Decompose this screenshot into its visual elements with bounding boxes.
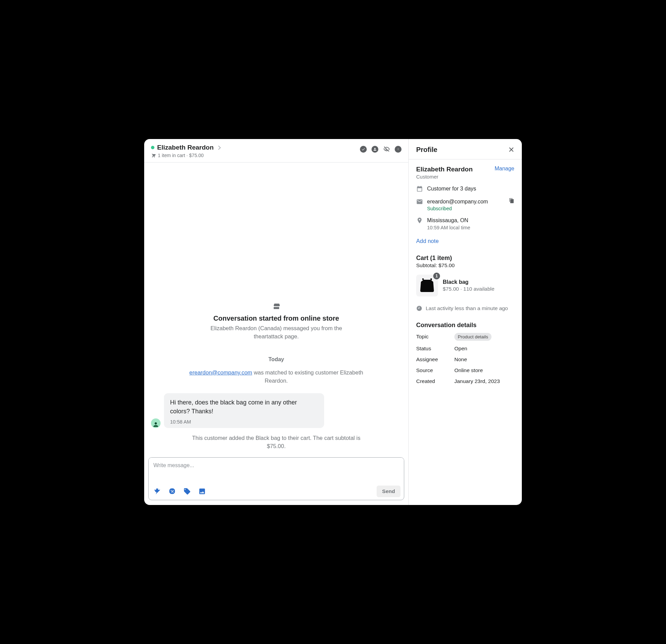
match-line: ereardon@company.com was matched to exis… xyxy=(188,369,365,385)
calendar-icon xyxy=(416,185,423,192)
topbar-actions xyxy=(360,144,402,153)
detail-created: Created January 23rd, 2023 xyxy=(416,378,514,384)
profile-info-list: Customer for 3 days ereardon@company.com… xyxy=(416,185,514,230)
composer-icons xyxy=(153,488,206,495)
composer-wrap: Send xyxy=(144,457,408,505)
last-activity-text: Last activity less than a minute ago xyxy=(426,305,508,311)
detail-source: Source Online store xyxy=(416,367,514,373)
profile-panel: Profile ✕ Elizabeth Reardon Customer Man… xyxy=(409,139,522,505)
alert-circle-icon[interactable] xyxy=(395,146,402,153)
message-time: 10:58 AM xyxy=(170,419,318,425)
conversation-pane: Elizabeth Reardon 1 item in cart · $75.0… xyxy=(144,139,409,505)
discount-icon[interactable] xyxy=(168,488,176,495)
product-tag-icon[interactable] xyxy=(183,488,191,495)
profile-body: Elizabeth Reardon Customer Manage Custom… xyxy=(409,159,522,390)
storefront-icon xyxy=(272,302,281,310)
cart-subtotal: Subtotal: $75.00 xyxy=(416,262,514,269)
info-row-duration: Customer for 3 days xyxy=(416,185,514,193)
clock-icon xyxy=(416,305,422,311)
system-line: This customer added the Black bag to the… xyxy=(184,434,368,450)
cart-qty-badge: 1 xyxy=(433,273,440,279)
match-suffix: was matched to existing customer Elizabe… xyxy=(252,369,363,384)
customer-avatar xyxy=(151,418,161,428)
chevron-right-icon xyxy=(216,145,221,150)
quick-reply-icon[interactable] xyxy=(153,488,161,495)
assignee-value: None xyxy=(454,356,467,363)
composer-toolbar: Send xyxy=(149,483,404,500)
detail-topic: Topic Product details xyxy=(416,333,514,341)
detail-status: Status Open xyxy=(416,346,514,352)
created-label: Created xyxy=(416,378,454,384)
customer-title-row[interactable]: Elizabeth Reardon xyxy=(151,144,220,151)
starter-sub: Elizabeth Reardon (Canada) messaged you … xyxy=(198,324,355,341)
conversation-topbar: Elizabeth Reardon 1 item in cart · $75.0… xyxy=(144,139,408,163)
message-input[interactable] xyxy=(149,458,404,483)
cart-summary-text: 1 item in cart · $75.00 xyxy=(158,153,204,158)
send-button[interactable]: Send xyxy=(377,486,400,497)
message-bubble: Hi there, does the black bag come in any… xyxy=(164,393,324,428)
image-icon[interactable] xyxy=(198,488,206,495)
detail-list: Topic Product details Status Open Assign… xyxy=(416,333,514,384)
source-label: Source xyxy=(416,367,454,373)
message-row: Hi there, does the black bag come in any… xyxy=(151,393,402,428)
location-icon xyxy=(416,217,423,224)
local-time: 10:59 AM local time xyxy=(427,225,470,230)
profile-role: Customer xyxy=(416,174,473,180)
close-icon[interactable]: ✕ xyxy=(508,146,514,154)
customer-name: Elizabeth Reardon xyxy=(157,144,214,151)
copy-icon[interactable] xyxy=(509,198,514,205)
manage-link[interactable]: Manage xyxy=(495,166,514,172)
topic-label: Topic xyxy=(416,334,454,340)
app-frame: Elizabeth Reardon 1 item in cart · $75.0… xyxy=(144,139,522,505)
visibility-off-icon[interactable] xyxy=(383,146,390,153)
conversation-body: Conversation started from online store E… xyxy=(144,163,408,457)
assignee-label: Assignee xyxy=(416,356,454,363)
cart-item-name: Black bag xyxy=(443,279,495,285)
status-value: Open xyxy=(454,346,467,352)
profile-panel-title: Profile xyxy=(416,146,437,154)
cart-summary-row: 1 item in cart · $75.00 xyxy=(151,153,220,158)
created-value: January 23rd, 2023 xyxy=(454,378,500,384)
cart-item-thumbnail: 1 xyxy=(416,275,438,296)
bag-icon xyxy=(419,278,435,293)
date-separator: Today xyxy=(151,356,402,363)
avatar-icon xyxy=(152,421,159,428)
topic-pill[interactable]: Product details xyxy=(454,333,491,341)
source-value: Online store xyxy=(454,367,483,373)
info-row-location: Mississauga, ON 10:59 AM local time xyxy=(416,217,514,230)
email-icon xyxy=(416,198,423,205)
person-circle-icon[interactable] xyxy=(372,146,378,153)
customer-location: Mississauga, ON xyxy=(427,217,470,224)
info-row-email: ereardon@company.com Subscribed xyxy=(416,198,514,212)
profile-name: Elizabeth Reardon xyxy=(416,166,473,173)
customer-duration: Customer for 3 days xyxy=(427,185,476,193)
profile-top: Elizabeth Reardon Customer Manage xyxy=(416,166,514,180)
topbar-left: Elizabeth Reardon 1 item in cart · $75.0… xyxy=(151,144,220,158)
status-label: Status xyxy=(416,346,454,352)
message-text: Hi there, does the black bag come in any… xyxy=(170,398,318,416)
conversation-starter: Conversation started from online store E… xyxy=(151,302,402,341)
last-activity: Last activity less than a minute ago xyxy=(416,305,514,311)
customer-email: ereardon@company.com xyxy=(427,198,488,205)
cart-icon xyxy=(151,153,156,158)
matched-email-link[interactable]: ereardon@company.com xyxy=(190,369,252,375)
starter-heading: Conversation started from online store xyxy=(151,315,402,322)
details-title: Conversation details xyxy=(416,322,514,329)
message-composer: Send xyxy=(148,457,404,500)
presence-dot-icon xyxy=(151,146,154,149)
detail-assignee: Assignee None xyxy=(416,356,514,363)
cart-section-title: Cart (1 item) xyxy=(416,255,514,262)
add-note-link[interactable]: Add note xyxy=(416,238,439,244)
profile-header: Profile ✕ xyxy=(409,139,522,159)
cart-item-meta: $75.00 · 110 available xyxy=(443,286,495,292)
subscribed-badge: Subscribed xyxy=(427,206,488,211)
cart-item[interactable]: 1 Black bag $75.00 · 110 available xyxy=(416,275,514,296)
check-circle-icon[interactable] xyxy=(360,146,367,153)
